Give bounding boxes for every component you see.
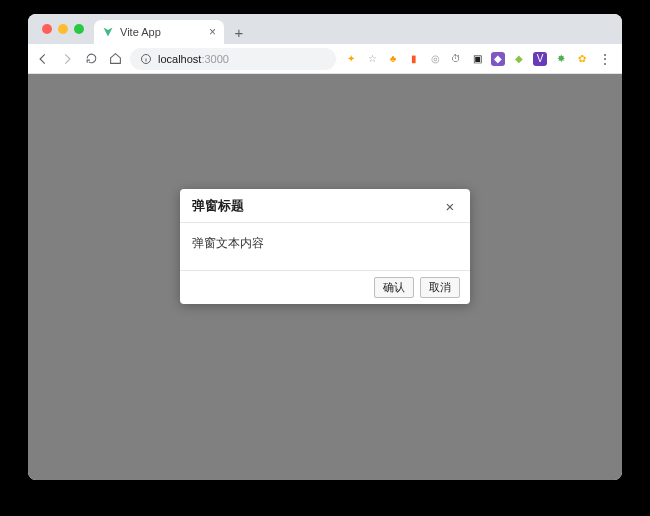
dialog-header: 弹窗标题 × [180, 189, 470, 223]
home-icon[interactable] [108, 52, 122, 66]
stopwatch-ext-icon[interactable]: ⏱ [449, 52, 463, 66]
page-viewport: 弹窗标题 × 弹窗文本内容 确认 取消 [28, 74, 622, 480]
browser-window: Vite App × + loca [28, 14, 622, 480]
scrollbar[interactable] [614, 78, 620, 476]
window-controls [38, 14, 90, 44]
back-icon[interactable] [36, 52, 50, 66]
modal-dialog: 弹窗标题 × 弹窗文本内容 确认 取消 [180, 189, 470, 304]
address-bar[interactable]: localhost:3000 [130, 48, 336, 70]
shield-ext-icon[interactable]: ◆ [512, 52, 526, 66]
forward-icon[interactable] [60, 52, 74, 66]
url-text: localhost:3000 [158, 53, 229, 65]
gift-icon[interactable]: ✦ [344, 52, 358, 66]
dialog-footer: 确认 取消 [180, 270, 470, 304]
pocket-ext-icon[interactable]: ▣ [470, 52, 484, 66]
zoom-window-icon[interactable] [74, 24, 84, 34]
vite-favicon-icon [102, 26, 114, 38]
tab-close-icon[interactable]: × [209, 26, 216, 38]
nav-buttons [36, 52, 122, 66]
dialog-title: 弹窗标题 [192, 197, 244, 215]
browser-menu-icon[interactable]: ⋮ [596, 51, 614, 67]
new-tab-button[interactable]: + [228, 21, 250, 43]
monkey-ext-icon[interactable]: ✿ [575, 52, 589, 66]
extension-icons: ✦ ☆ ♣ ▮ ◎ ⏱ ▣ ◆ ◆ V ✸ ✿ ⋮ [344, 51, 614, 67]
badge-ext-icon[interactable]: ✸ [554, 52, 568, 66]
tab-strip: Vite App × + [28, 14, 622, 44]
browser-tab[interactable]: Vite App × [94, 20, 224, 44]
close-icon[interactable]: × [442, 199, 458, 214]
site-info-icon[interactable] [140, 53, 152, 65]
v-ext-icon[interactable]: V [533, 52, 547, 66]
url-host: localhost [158, 53, 201, 65]
circle-ext-icon[interactable]: ◎ [428, 52, 442, 66]
tab-title: Vite App [120, 26, 203, 38]
star-icon[interactable]: ☆ [365, 52, 379, 66]
cube-ext-icon[interactable]: ◆ [491, 52, 505, 66]
minimize-window-icon[interactable] [58, 24, 68, 34]
cancel-button[interactable]: 取消 [420, 277, 460, 298]
carrot-ext-icon[interactable]: ▮ [407, 52, 421, 66]
dialog-body: 弹窗文本内容 [180, 223, 470, 270]
url-port: :3000 [201, 53, 229, 65]
toolbar: localhost:3000 ✦ ☆ ♣ ▮ ◎ ⏱ ▣ ◆ ◆ V ✸ ✿ ⋮ [28, 44, 622, 74]
plus-icon: + [235, 24, 244, 41]
confirm-button[interactable]: 确认 [374, 277, 414, 298]
orange-ext-icon[interactable]: ♣ [386, 52, 400, 66]
reload-icon[interactable] [84, 52, 98, 66]
close-window-icon[interactable] [42, 24, 52, 34]
